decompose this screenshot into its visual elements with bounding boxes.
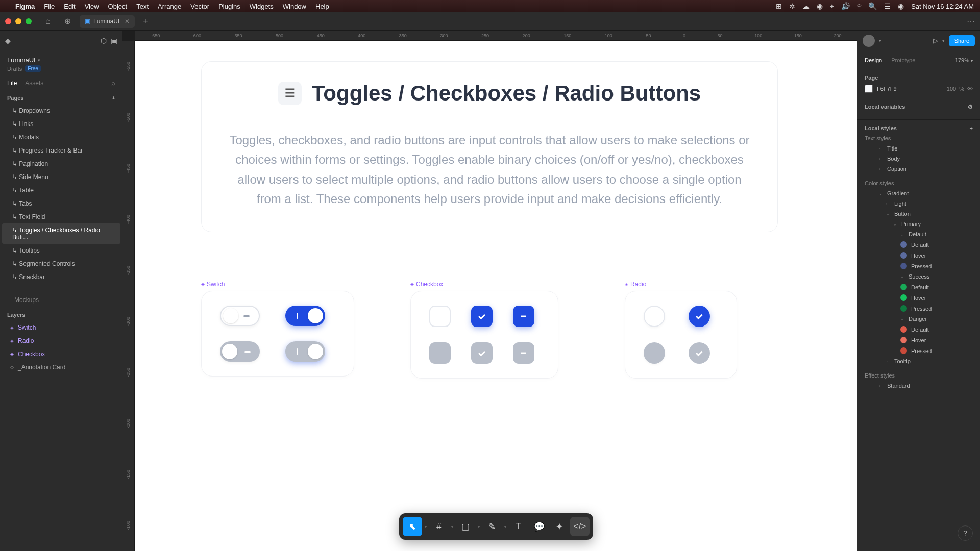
checkbox-empty-disabled[interactable] <box>429 342 451 364</box>
mockups-item[interactable]: Mockups <box>0 289 122 307</box>
switch-on-disabled[interactable] <box>285 341 325 362</box>
shape-tool[interactable]: ▢ <box>456 517 475 536</box>
style-group[interactable]: ⌄Default <box>865 229 973 239</box>
app-name[interactable]: Figma <box>15 3 35 10</box>
move-tool[interactable]: ⬉ <box>403 517 422 536</box>
style-group[interactable]: ⌄Success <box>865 271 973 282</box>
checkbox-checked-disabled[interactable] <box>471 342 493 364</box>
wifi-icon[interactable]: ⌔ <box>857 2 861 10</box>
search-icon[interactable]: 🔍 <box>868 2 877 10</box>
style-item[interactable]: Hover <box>865 335 973 345</box>
status-icon[interactable]: ⊞ <box>776 2 782 10</box>
cloud-icon[interactable]: ☁ <box>802 2 810 10</box>
page-item[interactable]: ↳ Text Field <box>2 210 120 223</box>
minimize-window-button[interactable] <box>15 18 21 24</box>
style-group[interactable]: ⌄Button <box>865 209 973 219</box>
clock[interactable]: Sat Nov 16 12:24 AM <box>911 3 974 10</box>
menu-object[interactable]: Object <box>108 3 128 10</box>
style-item[interactable]: ›Caption <box>865 164 973 174</box>
page-item[interactable]: ↳ Side Menu <box>2 170 120 184</box>
close-tab-icon[interactable]: ✕ <box>125 18 130 25</box>
switch-off-disabled[interactable] <box>220 341 260 362</box>
home-button[interactable]: ⌂ <box>41 14 55 29</box>
search-icon[interactable]: ⌕ <box>111 79 115 87</box>
menu-widgets[interactable]: Widgets <box>250 3 274 10</box>
figma-menu-icon[interactable]: ◆ <box>5 37 11 45</box>
component-icon[interactable]: ⬡ <box>101 37 107 45</box>
menu-vector[interactable]: Vector <box>190 3 209 10</box>
zoom-level[interactable]: 179% ▾ <box>955 57 973 63</box>
checkbox-indeterminate-disabled[interactable] <box>513 342 534 364</box>
canvas[interactable]: ☰ Toggles / Checkboxes / Radio Buttons T… <box>135 41 857 551</box>
tab-file[interactable]: File <box>7 80 17 87</box>
radio-empty-disabled[interactable] <box>644 342 665 364</box>
checkbox-empty[interactable] <box>429 306 451 327</box>
file-tab[interactable]: ▣ LuminaUI ✕ <box>80 15 135 28</box>
settings-icon[interactable]: ⚙ <box>968 104 973 110</box>
radio-frame[interactable] <box>625 291 737 379</box>
add-page-icon[interactable]: + <box>112 95 115 101</box>
help-button[interactable]: ? <box>958 525 973 541</box>
menu-file[interactable]: File <box>44 3 55 10</box>
style-item[interactable]: Default <box>865 324 973 335</box>
checkbox-frame[interactable] <box>410 291 558 379</box>
style-item[interactable]: ›Body <box>865 154 973 164</box>
chevron-down-icon[interactable]: ▾ <box>503 517 508 536</box>
switch-frame[interactable] <box>201 291 354 377</box>
style-item[interactable]: Pressed <box>865 345 973 356</box>
project-header[interactable]: LuminaUI ▾ DraftsFree <box>0 51 122 74</box>
frame-label-radio[interactable]: ◈Radio <box>625 281 646 288</box>
style-item[interactable]: ›Light <box>865 198 973 209</box>
pen-tool[interactable]: ✎ <box>482 517 502 536</box>
style-item[interactable]: ›Standard <box>865 381 973 391</box>
menu-window[interactable]: Window <box>283 3 306 10</box>
more-icon[interactable]: ⋯ <box>967 16 975 26</box>
style-group[interactable]: ⌄Danger <box>865 314 973 324</box>
chevron-down-icon[interactable]: ▾ <box>879 38 881 43</box>
tab-assets[interactable]: Assets <box>25 80 43 87</box>
page-item[interactable]: ↳ Pagination <box>2 157 120 170</box>
menu-text[interactable]: Text <box>136 3 149 10</box>
annotation-card[interactable]: ☰ Toggles / Checkboxes / Radio Buttons T… <box>201 61 778 232</box>
menu-help[interactable]: Help <box>315 3 329 10</box>
style-group[interactable]: ⌄Gradient <box>865 188 973 198</box>
page-item[interactable]: ↳ Links <box>2 117 120 131</box>
style-item[interactable]: Default <box>865 282 973 292</box>
style-item[interactable]: Hover <box>865 292 973 303</box>
actions-tool[interactable]: ✦ <box>550 517 569 536</box>
menu-plugins[interactable]: Plugins <box>218 3 240 10</box>
page-color-row[interactable]: F6F7F9 100 % 👁 <box>865 85 973 93</box>
chevron-down-icon[interactable]: ▾ <box>476 517 481 536</box>
sync-icon[interactable]: ◉ <box>817 2 823 10</box>
switch-on[interactable] <box>285 306 325 326</box>
page-item[interactable]: ↳ Modals <box>2 131 120 144</box>
settings-icon[interactable]: ✲ <box>789 2 795 10</box>
style-group[interactable]: ⌄Primary <box>865 219 973 229</box>
dev-mode-button[interactable]: </> <box>570 517 590 536</box>
page-item[interactable]: ↳ Tooltips <box>2 244 120 257</box>
style-item[interactable]: Default <box>865 239 973 250</box>
layer-item[interactable]: ◇_Annotation Card <box>0 361 122 374</box>
style-item[interactable]: ›Title <box>865 143 973 154</box>
page-item-active[interactable]: ↳ Toggles / Checkboxes / Radio Butt... <box>2 223 120 244</box>
style-item[interactable]: ›Tooltip <box>865 356 973 366</box>
share-button[interactable]: Share <box>949 35 975 46</box>
switch-off[interactable] <box>220 306 260 326</box>
style-item[interactable]: Pressed <box>865 261 973 271</box>
frame-tool[interactable]: # <box>429 517 449 536</box>
chevron-down-icon[interactable]: ▾ <box>942 38 945 43</box>
radio-empty[interactable] <box>644 306 665 327</box>
page-item[interactable]: ↳ Tabs <box>2 197 120 210</box>
community-button[interactable]: ⊕ <box>60 14 75 29</box>
menu-view[interactable]: View <box>85 3 99 10</box>
close-window-button[interactable] <box>5 18 11 24</box>
avatar[interactable] <box>863 35 875 47</box>
control-center-icon[interactable]: ☰ <box>884 2 891 10</box>
layer-item[interactable]: ◈Checkbox <box>0 347 122 361</box>
comment-tool[interactable]: 💬 <box>529 517 549 536</box>
siri-icon[interactable]: ◉ <box>898 2 904 10</box>
menu-arrange[interactable]: Arrange <box>158 3 181 10</box>
style-item[interactable]: Hover <box>865 250 973 261</box>
radio-checked[interactable] <box>689 306 710 327</box>
tab-prototype[interactable]: Prototype <box>891 57 915 63</box>
